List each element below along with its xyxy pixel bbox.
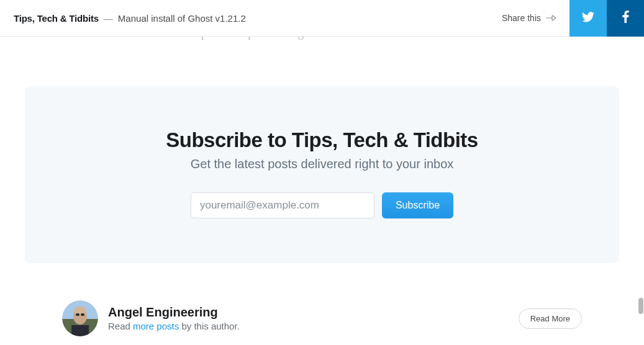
site-title[interactable]: Tips, Tech & Tidbits <box>14 13 99 24</box>
svg-rect-5 <box>76 313 79 316</box>
facebook-icon <box>622 11 629 25</box>
scrollbar-thumb[interactable] <box>638 298 643 314</box>
share-label: Share this <box>502 13 541 23</box>
author-meta: Angel Engineering Read more posts by thi… <box>108 305 519 331</box>
read-more-button[interactable]: Read More <box>519 308 582 329</box>
sticky-topbar: Tips, Tech & Tidbits — Manual install of… <box>0 0 644 37</box>
author-card: Angel Engineering Read more posts by thi… <box>0 263 644 345</box>
scrollbar-track[interactable] <box>637 0 644 345</box>
svg-rect-6 <box>81 313 84 316</box>
author-avatar[interactable] <box>62 300 98 336</box>
share-facebook-button[interactable] <box>607 0 644 37</box>
author-name[interactable]: Angel Engineering <box>108 305 519 320</box>
subscribe-section: Subscribe to Tips, Tech & Tidbits Get th… <box>25 86 619 263</box>
title-separator: — <box>104 13 113 24</box>
author-byline: Read more posts by this author. <box>108 321 519 331</box>
pointing-hand-icon <box>546 14 557 22</box>
subscribe-button[interactable]: Subscribe <box>382 192 453 218</box>
post-title: Manual install of Ghost v1.21.2 <box>118 13 246 24</box>
subscribe-subtitle: Get the latest posts delivered right to … <box>50 157 594 171</box>
email-input[interactable] <box>191 192 374 218</box>
author-byline-suffix: by this author. <box>179 321 240 331</box>
topbar-title-group: Tips, Tech & Tidbits — Manual install of… <box>0 13 246 24</box>
author-byline-prefix: Read <box>108 321 133 331</box>
subscribe-form: Subscribe <box>50 192 594 218</box>
subscribe-title: Subscribe to Tips, Tech & Tidbits <box>50 128 594 152</box>
svg-rect-7 <box>71 325 89 336</box>
page-content: post for tips on adding features like Go… <box>0 0 644 345</box>
svg-point-4 <box>74 307 86 315</box>
more-posts-link[interactable]: more posts <box>133 321 179 331</box>
share-twitter-button[interactable] <box>569 0 607 37</box>
twitter-icon <box>582 12 594 25</box>
